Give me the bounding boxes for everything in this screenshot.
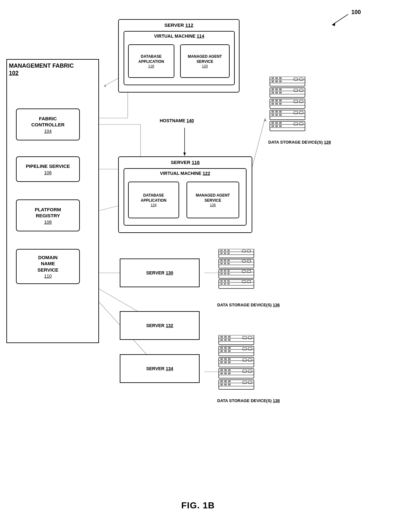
svg-rect-169 bbox=[220, 372, 223, 374]
server-130-box: SERVER 130 bbox=[120, 259, 200, 287]
svg-rect-48 bbox=[271, 92, 274, 94]
svg-rect-90 bbox=[224, 250, 226, 251]
svg-rect-80 bbox=[279, 122, 282, 124]
svg-rect-60 bbox=[275, 103, 278, 105]
svg-rect-127 bbox=[227, 283, 230, 285]
hostname-label: HOSTNAME 140 bbox=[160, 118, 194, 123]
dns-box: DOMAINNAMESERVICE 110 bbox=[16, 249, 80, 284]
svg-rect-56 bbox=[271, 100, 274, 101]
pipeline-service-number: 106 bbox=[44, 170, 51, 175]
svg-rect-158 bbox=[220, 361, 223, 363]
svg-rect-149 bbox=[228, 350, 231, 352]
storage-128-group: DATA STORAGE DEVICE(S) 128 bbox=[268, 77, 331, 145]
svg-rect-125 bbox=[220, 283, 223, 285]
svg-rect-170 bbox=[224, 372, 227, 374]
ref-100-label: 100 bbox=[351, 9, 361, 16]
platform-registry-box: PLATFORMREGISTRY 108 bbox=[16, 199, 80, 231]
db-app-118-box: DATABASEAPPLICATION 118 bbox=[128, 44, 174, 78]
svg-rect-116 bbox=[227, 273, 230, 274]
server-112-title: SERVER 112 bbox=[119, 22, 239, 28]
storage-138-icon bbox=[217, 335, 255, 396]
svg-rect-144 bbox=[220, 347, 223, 349]
dns-label: DOMAINNAMESERVICE bbox=[37, 254, 58, 273]
svg-rect-59 bbox=[271, 103, 274, 105]
svg-rect-168 bbox=[228, 369, 231, 371]
svg-rect-82 bbox=[275, 125, 278, 127]
mgmt-fabric-number: 102 bbox=[9, 70, 74, 77]
svg-rect-35 bbox=[275, 77, 278, 79]
svg-rect-69 bbox=[279, 111, 282, 113]
server-134-box: SERVER 134 bbox=[120, 354, 200, 383]
svg-rect-105 bbox=[227, 263, 230, 264]
vm-114-title: VIRTUAL MACHINE 114 bbox=[124, 34, 234, 39]
svg-rect-123 bbox=[224, 280, 226, 282]
vm-114-box: VIRTUAL MACHINE 114 DATABASEAPPLICATION … bbox=[124, 31, 235, 85]
svg-rect-133 bbox=[220, 336, 223, 338]
svg-marker-1 bbox=[332, 23, 335, 26]
svg-rect-91 bbox=[227, 250, 230, 251]
svg-rect-58 bbox=[279, 100, 282, 101]
svg-rect-113 bbox=[227, 270, 230, 272]
storage-136-label: DATA STORAGE DEVICE(S) 136 bbox=[217, 303, 280, 307]
fabric-controller-box: FABRICCONTROLLER 104 bbox=[16, 109, 80, 140]
svg-rect-146 bbox=[228, 347, 231, 349]
mas-126-number: 126 bbox=[210, 203, 216, 207]
svg-rect-145 bbox=[224, 347, 227, 349]
svg-rect-93 bbox=[224, 252, 226, 254]
svg-rect-180 bbox=[220, 384, 223, 386]
server-112-box: SERVER 112 VIRTUAL MACHINE 114 DATABASEA… bbox=[118, 19, 240, 93]
svg-rect-177 bbox=[220, 380, 223, 382]
svg-rect-114 bbox=[220, 273, 223, 274]
svg-rect-104 bbox=[224, 263, 226, 264]
management-fabric-label: MANAGEMENT FABRIC102 bbox=[9, 62, 74, 77]
db-app-118-number: 118 bbox=[148, 64, 154, 68]
svg-rect-166 bbox=[220, 369, 223, 371]
storage-136-group: DATA STORAGE DEVICE(S) 136 bbox=[217, 249, 280, 307]
db-app-124-number: 124 bbox=[151, 203, 156, 207]
server-116-box: SERVER 116 VIRTUAL MACHINE 122 DATABASEA… bbox=[118, 156, 252, 233]
svg-rect-45 bbox=[271, 88, 274, 90]
svg-rect-134 bbox=[224, 336, 227, 338]
svg-rect-100 bbox=[220, 260, 223, 261]
svg-rect-49 bbox=[275, 92, 278, 94]
svg-rect-78 bbox=[271, 122, 274, 124]
mas-126-label: MANAGED AGENTSERVICE bbox=[196, 193, 230, 203]
svg-rect-112 bbox=[224, 270, 226, 272]
svg-rect-135 bbox=[228, 336, 231, 338]
svg-rect-156 bbox=[224, 358, 227, 360]
svg-rect-72 bbox=[279, 114, 282, 116]
figure-label: FIG. 1B bbox=[181, 500, 215, 511]
platform-registry-number: 108 bbox=[44, 220, 51, 225]
svg-rect-102 bbox=[227, 260, 230, 261]
svg-rect-94 bbox=[227, 252, 230, 254]
svg-rect-61 bbox=[279, 103, 282, 105]
svg-rect-155 bbox=[220, 358, 223, 360]
svg-rect-71 bbox=[275, 114, 278, 116]
vm-122-title: VIRTUAL MACHINE 122 bbox=[124, 171, 246, 176]
svg-rect-124 bbox=[227, 280, 230, 282]
svg-line-0 bbox=[332, 14, 348, 25]
fabric-controller-number: 104 bbox=[44, 129, 51, 134]
storage-138-group: DATA STORAGE DEVICE(S) 138 bbox=[217, 335, 280, 403]
svg-rect-68 bbox=[275, 111, 278, 113]
svg-rect-111 bbox=[220, 270, 223, 272]
storage-136-icon bbox=[217, 249, 255, 300]
mas-120-box: MANAGED AGENTSERVICE 120 bbox=[180, 44, 230, 78]
svg-rect-79 bbox=[275, 122, 278, 124]
db-app-118-label: DATABASEAPPLICATION bbox=[138, 54, 164, 64]
dns-number: 110 bbox=[44, 273, 51, 279]
svg-rect-171 bbox=[228, 372, 231, 374]
svg-rect-89 bbox=[220, 250, 223, 251]
svg-rect-101 bbox=[224, 260, 226, 261]
svg-marker-11 bbox=[183, 153, 186, 156]
db-app-124-label: DATABASEAPPLICATION bbox=[141, 193, 166, 203]
svg-rect-148 bbox=[224, 350, 227, 352]
svg-rect-36 bbox=[279, 77, 282, 79]
svg-rect-92 bbox=[220, 252, 223, 254]
server-116-title: SERVER 116 bbox=[119, 160, 252, 165]
svg-rect-160 bbox=[228, 361, 231, 363]
svg-rect-46 bbox=[275, 88, 278, 90]
pipeline-service-label: PIPELINE SERVICE bbox=[26, 163, 70, 169]
mas-126-box: MANAGED AGENTSERVICE 126 bbox=[187, 182, 239, 218]
storage-128-label: DATA STORAGE DEVICE(S) 128 bbox=[268, 140, 331, 145]
